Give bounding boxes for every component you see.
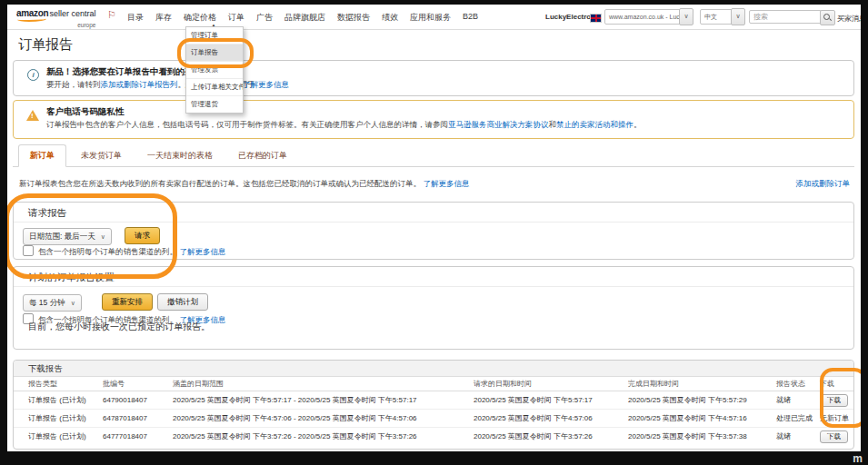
request-report-title: 请求报告	[28, 207, 66, 220]
request-learn-more-link[interactable]: 了解更多信息	[179, 247, 225, 256]
nav-item-apps-services[interactable]: 应用和服务	[410, 12, 451, 24]
phone-privacy-banner: ! 客户电话号码隐私性 订单报告中包含的客户个人信息，包括电话号码，仅可用于制作…	[13, 100, 854, 139]
col-batch-id: 批编号	[103, 377, 173, 391]
col-requested: 请求的日期和时间	[474, 377, 628, 391]
privacy-banner-body: 订单报告中包含的客户个人信息，包括电话号码，仅可用于制作货件标签。有关正确使用客…	[46, 120, 642, 131]
date-range-cell: 2020/5/25 英国夏令时间 下午4:57:06 - 2020/5/25 英…	[173, 410, 474, 428]
date-range-cell: 2020/5/25 英国夏令时间 下午3:57:26 - 2020/5/25 英…	[173, 428, 474, 446]
status-cell: 处理已完成	[776, 410, 820, 428]
top-nav: amazonseller central europe ⚐ 目录 库存 确定价格…	[7, 5, 861, 30]
search-icon	[823, 14, 830, 20]
tab-description-text: 新订单报表包含您在所选天数内收到的所有卖家自行配送的订单。这包括您已经取消的订单…	[19, 179, 421, 188]
uk-flag-icon	[590, 14, 602, 23]
nav-item-inventory[interactable]: 库存	[155, 12, 172, 24]
download-reports-title: 下载报告	[14, 361, 853, 377]
nav-item-stores[interactable]: 品牌旗舰店	[284, 12, 325, 24]
tab-end-of-day[interactable]: 一天结束时的表格	[136, 145, 224, 166]
add-remove-columns-link[interactable]: 添加或删除订单报告列	[101, 80, 178, 89]
scheduled-report-panel: 计划的订单报告设置 每 15 分钟∨ 重新安排 撤销计划 包含一个指明每个订单的…	[13, 266, 854, 350]
date-range-select[interactable]: 日期范围: 最后一天∨	[23, 228, 112, 245]
download-button[interactable]: 下载	[820, 394, 848, 407]
info-body-prefix: 要开始，请转到	[46, 80, 101, 89]
add-remove-orders-link[interactable]: 添加或删除订单	[796, 179, 851, 190]
marketplace-select[interactable]: www.amazon.co.uk - Luck	[604, 9, 683, 25]
pennant-icon: ⚐	[107, 10, 116, 20]
info-icon: i	[27, 69, 39, 81]
reschedule-button[interactable]: 重新安排	[102, 293, 153, 311]
include-channel-checkbox[interactable]	[23, 245, 34, 256]
search-input[interactable]	[749, 10, 822, 24]
current-schedule-text: 目前，您每小时接收一次已预定的订单报告。	[28, 321, 210, 333]
frequency-select[interactable]: 每 15 分钟∨	[23, 294, 82, 312]
nav-item-orders[interactable]: 订单	[228, 12, 244, 24]
report-type-cell: 订单报告 (已计划)	[14, 391, 103, 410]
privacy-banner-title: 客户电话号码隐私性	[46, 106, 125, 118]
status-cell: 就绪	[776, 428, 820, 446]
warning-icon: !	[26, 110, 39, 121]
menu-item-manage-orders[interactable]: 管理订单	[186, 27, 243, 45]
info-learn-more-link[interactable]: 了解更多信息	[243, 80, 289, 91]
prohibited-activities-link[interactable]: 禁止的卖家活动和操作	[556, 120, 634, 129]
nav-item-reports[interactable]: 数据报告	[337, 12, 370, 24]
menu-item-manage-invoices[interactable]: 管理发票	[186, 62, 243, 79]
language-select[interactable]: 中文	[700, 9, 734, 25]
batch-id-cell: 64790018407	[103, 391, 173, 410]
menu-item-order-reports[interactable]: 订单报告	[186, 45, 243, 62]
batch-id-cell: 64777018407	[103, 428, 173, 446]
request-report-panel: 请求报告 日期范围: 最后一天∨ 请求 包含一个指明每个订单的销售渠道的列。 了…	[13, 202, 854, 260]
table-row: 订单报告 (已计划) 64787018407 2020/5/25 英国夏令时间 …	[14, 410, 853, 428]
panel-divider	[14, 286, 853, 287]
privacy-body-text: 订单报告中包含的客户个人信息，包括电话号码，仅可用于制作货件标签。有关正确使用客…	[46, 120, 448, 129]
nav-item-advertising[interactable]: 广告	[256, 12, 273, 24]
marketplace-chevron-icon[interactable]: ∨	[679, 8, 693, 25]
menu-item-manage-returns[interactable]: 管理退货	[186, 96, 243, 113]
privacy-conjunction: 和	[549, 120, 557, 129]
col-download: 下载	[820, 377, 853, 391]
tab-unshipped-orders[interactable]: 未发货订单	[70, 145, 133, 166]
bsa-agreement-link[interactable]: 亚马逊服务商业解决方案协议	[448, 120, 549, 129]
report-type-cell: 订单报告 (已计划)	[14, 428, 103, 446]
orders-dropdown-menu: 管理订单 订单报告 管理发票 上传订单相关文件 管理退货	[185, 26, 244, 114]
logo-region: europe	[16, 21, 95, 30]
status-cell: 就绪	[776, 391, 820, 410]
tab-archived-orders[interactable]: 已存档的订单	[227, 145, 298, 166]
col-completed: 完成日期和时间	[628, 377, 776, 391]
language-chevron-icon[interactable]: ∨	[731, 8, 745, 25]
table-row: 订单报告 (已计划) 64790018407 2020/5/25 英国夏令时间 …	[14, 391, 853, 410]
tab-new-orders[interactable]: 新订单	[18, 144, 66, 167]
buyer-messages-link[interactable]: 买家消息	[837, 14, 861, 24]
download-reports-panel: 下载报告 报告类型 批编号 涵盖的日期范围 请求的日期和时间 完成日期和时间 报…	[13, 360, 854, 450]
date-range-value: 日期范围: 最后一天	[29, 232, 95, 241]
nav-item-b2b[interactable]: B2B	[463, 12, 478, 24]
nav-item-catalog[interactable]: 目录	[127, 12, 144, 24]
report-type-cell: 订单报告 (已计划)	[14, 410, 103, 428]
intro-learn-more-link[interactable]: 了解更多信息	[423, 179, 469, 188]
include-channel-column-row: 包含一个指明每个订单的销售渠道的列。 了解更多信息	[23, 245, 225, 258]
download-button[interactable]: 下载	[820, 430, 848, 443]
col-status: 报告状态	[776, 377, 820, 391]
watermark: m	[853, 452, 863, 465]
cancel-schedule-button[interactable]: 撤销计划	[157, 293, 208, 311]
completed-cell: 2020/5/25 英国夏令时间 下午4:57:16	[628, 410, 776, 428]
nav-menu: 目录 库存 确定价格 订单 广告 品牌旗舰店 数据报告 绩效 应用和服务 B2B	[127, 12, 478, 24]
date-range-cell: 2020/5/25 英国夏令时间 下午5:57:17 - 2020/5/25 英…	[173, 391, 474, 410]
report-tabs: 新订单 未发货订单 一天结束时的表格 已存档的订单	[13, 147, 854, 167]
include-channel-label: 包含一个指明每个订单的销售渠道的列。	[38, 247, 177, 256]
chevron-down-icon: ∨	[71, 300, 75, 306]
col-report-type: 报告类型	[14, 377, 103, 391]
request-button[interactable]: 请求	[125, 227, 160, 244]
info-banner-title: 新品！选择您要在订单报告中看到的列。	[46, 66, 202, 78]
amazon-logo[interactable]: amazonseller central europe	[16, 7, 95, 30]
scheduled-report-title: 计划的订单报告设置	[28, 272, 115, 284]
page-title: 订单报告	[18, 36, 73, 54]
batch-id-cell: 64787018407	[103, 410, 173, 428]
no-new-orders-text: 无新订单	[820, 414, 849, 422]
search-button[interactable]	[820, 10, 835, 25]
requested-cell: 2020/5/25 英国夏令时间 下午5:57:17	[474, 391, 628, 410]
frequency-value: 每 15 分钟	[29, 298, 65, 307]
menu-item-upload-order-files[interactable]: 上传订单相关文件	[186, 79, 243, 96]
col-date-range: 涵盖的日期范围	[173, 377, 474, 391]
nav-item-performance[interactable]: 绩效	[382, 12, 398, 24]
table-header-row: 报告类型 批编号 涵盖的日期范围 请求的日期和时间 完成日期和时间 报告状态 下…	[14, 377, 853, 391]
tab-description: 新订单报表包含您在所选天数内收到的所有卖家自行配送的订单。这包括您已经取消的订单…	[19, 179, 469, 190]
